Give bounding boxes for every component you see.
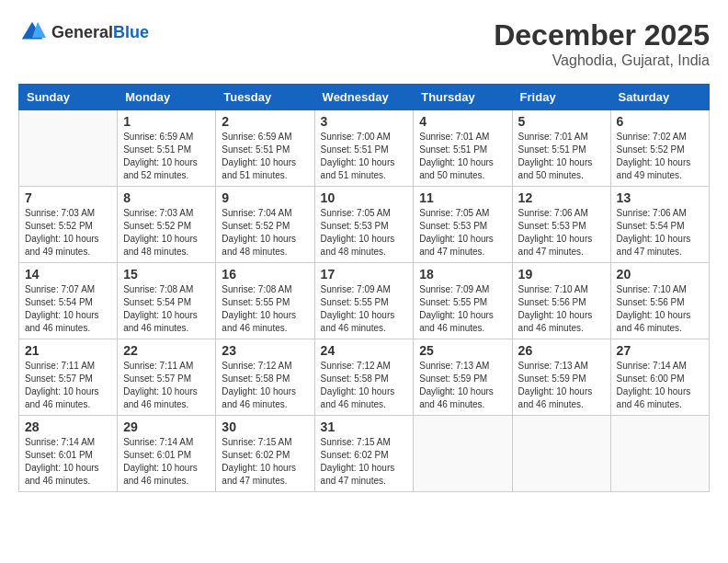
day-number: 11 xyxy=(419,190,506,205)
day-header-monday: Monday xyxy=(118,85,216,110)
day-number: 6 xyxy=(617,114,703,129)
calendar-cell: 31Sunrise: 7:15 AM Sunset: 6:02 PM Dayli… xyxy=(314,416,414,492)
calendar-cell: 22Sunrise: 7:11 AM Sunset: 5:57 PM Dayli… xyxy=(118,339,216,416)
calendar-cell: 24Sunrise: 7:12 AM Sunset: 5:58 PM Dayli… xyxy=(314,339,414,416)
cell-info: Sunrise: 7:05 AM Sunset: 5:53 PM Dayligh… xyxy=(419,207,506,259)
cell-info: Sunrise: 7:06 AM Sunset: 5:54 PM Dayligh… xyxy=(617,207,703,259)
page-header: GeneralBlue December 2025 Vaghodia, Guja… xyxy=(18,18,710,69)
cell-info: Sunrise: 7:10 AM Sunset: 5:56 PM Dayligh… xyxy=(518,283,605,335)
cell-info: Sunrise: 7:08 AM Sunset: 5:54 PM Dayligh… xyxy=(123,283,210,335)
cell-info: Sunrise: 7:14 AM Sunset: 6:01 PM Dayligh… xyxy=(25,436,111,488)
day-number: 5 xyxy=(518,114,605,129)
calendar-cell: 23Sunrise: 7:12 AM Sunset: 5:58 PM Dayli… xyxy=(216,339,314,416)
day-number: 23 xyxy=(222,343,308,358)
day-number: 30 xyxy=(222,419,308,434)
cell-info: Sunrise: 7:08 AM Sunset: 5:55 PM Dayligh… xyxy=(222,283,308,335)
calendar-cell: 16Sunrise: 7:08 AM Sunset: 5:55 PM Dayli… xyxy=(216,263,314,339)
calendar-cell: 15Sunrise: 7:08 AM Sunset: 5:54 PM Dayli… xyxy=(118,263,216,339)
day-number: 2 xyxy=(222,114,308,129)
day-number: 3 xyxy=(321,114,408,129)
calendar-cell: 29Sunrise: 7:14 AM Sunset: 6:01 PM Dayli… xyxy=(118,416,216,492)
cell-info: Sunrise: 7:01 AM Sunset: 5:51 PM Dayligh… xyxy=(518,131,605,182)
month-title: December 2025 xyxy=(494,18,710,52)
day-number: 27 xyxy=(617,343,703,358)
cell-info: Sunrise: 7:01 AM Sunset: 5:51 PM Dayligh… xyxy=(419,131,506,182)
day-number: 16 xyxy=(222,267,308,282)
calendar-cell: 7Sunrise: 7:03 AM Sunset: 5:52 PM Daylig… xyxy=(19,187,118,263)
cell-info: Sunrise: 7:07 AM Sunset: 5:54 PM Dayligh… xyxy=(25,283,111,335)
day-number: 22 xyxy=(123,343,210,358)
calendar-cell xyxy=(512,416,610,492)
calendar-cell: 3Sunrise: 7:00 AM Sunset: 5:51 PM Daylig… xyxy=(314,110,414,187)
calendar-week-3: 14Sunrise: 7:07 AM Sunset: 5:54 PM Dayli… xyxy=(19,263,710,339)
day-header-wednesday: Wednesday xyxy=(314,85,414,110)
cell-info: Sunrise: 7:06 AM Sunset: 5:53 PM Dayligh… xyxy=(518,207,605,259)
logo: GeneralBlue xyxy=(18,18,149,46)
day-number: 26 xyxy=(518,343,605,358)
calendar-cell: 9Sunrise: 7:04 AM Sunset: 5:52 PM Daylig… xyxy=(216,187,314,263)
day-header-tuesday: Tuesday xyxy=(216,85,314,110)
cell-info: Sunrise: 6:59 AM Sunset: 5:51 PM Dayligh… xyxy=(222,131,308,182)
day-number: 12 xyxy=(518,190,605,205)
cell-info: Sunrise: 7:15 AM Sunset: 6:02 PM Dayligh… xyxy=(222,436,308,488)
calendar-table: SundayMondayTuesdayWednesdayThursdayFrid… xyxy=(18,84,710,492)
day-number: 15 xyxy=(123,267,210,282)
calendar-header-row: SundayMondayTuesdayWednesdayThursdayFrid… xyxy=(19,85,710,110)
calendar-cell: 17Sunrise: 7:09 AM Sunset: 5:55 PM Dayli… xyxy=(314,263,414,339)
day-number: 31 xyxy=(321,419,408,434)
day-header-saturday: Saturday xyxy=(610,85,709,110)
calendar-cell xyxy=(610,416,709,492)
cell-info: Sunrise: 7:03 AM Sunset: 5:52 PM Dayligh… xyxy=(25,207,111,259)
calendar-cell xyxy=(414,416,512,492)
calendar-cell: 5Sunrise: 7:01 AM Sunset: 5:51 PM Daylig… xyxy=(512,110,610,187)
day-number: 24 xyxy=(321,343,408,358)
calendar-week-4: 21Sunrise: 7:11 AM Sunset: 5:57 PM Dayli… xyxy=(19,339,710,416)
calendar-cell: 14Sunrise: 7:07 AM Sunset: 5:54 PM Dayli… xyxy=(19,263,118,339)
cell-info: Sunrise: 7:02 AM Sunset: 5:52 PM Dayligh… xyxy=(617,131,703,182)
day-header-friday: Friday xyxy=(512,85,610,110)
calendar-cell: 26Sunrise: 7:13 AM Sunset: 5:59 PM Dayli… xyxy=(512,339,610,416)
day-header-sunday: Sunday xyxy=(19,85,118,110)
day-number: 25 xyxy=(419,343,506,358)
calendar-cell: 6Sunrise: 7:02 AM Sunset: 5:52 PM Daylig… xyxy=(610,110,709,187)
cell-info: Sunrise: 7:11 AM Sunset: 5:57 PM Dayligh… xyxy=(123,360,210,411)
calendar-cell: 11Sunrise: 7:05 AM Sunset: 5:53 PM Dayli… xyxy=(414,187,512,263)
cell-info: Sunrise: 7:05 AM Sunset: 5:53 PM Dayligh… xyxy=(321,207,408,259)
calendar-week-5: 28Sunrise: 7:14 AM Sunset: 6:01 PM Dayli… xyxy=(19,416,710,492)
day-number: 14 xyxy=(25,267,111,282)
cell-info: Sunrise: 6:59 AM Sunset: 5:51 PM Dayligh… xyxy=(123,131,210,182)
cell-info: Sunrise: 7:09 AM Sunset: 5:55 PM Dayligh… xyxy=(419,283,506,335)
calendar-cell: 27Sunrise: 7:14 AM Sunset: 6:00 PM Dayli… xyxy=(610,339,709,416)
cell-info: Sunrise: 7:10 AM Sunset: 5:56 PM Dayligh… xyxy=(617,283,703,335)
calendar-cell: 4Sunrise: 7:01 AM Sunset: 5:51 PM Daylig… xyxy=(414,110,512,187)
cell-info: Sunrise: 7:14 AM Sunset: 6:00 PM Dayligh… xyxy=(617,360,703,411)
day-number: 7 xyxy=(25,190,111,205)
cell-info: Sunrise: 7:00 AM Sunset: 5:51 PM Dayligh… xyxy=(321,131,408,182)
day-number: 10 xyxy=(321,190,408,205)
cell-info: Sunrise: 7:12 AM Sunset: 5:58 PM Dayligh… xyxy=(321,360,408,411)
title-area: December 2025 Vaghodia, Gujarat, India xyxy=(494,18,710,69)
day-number: 8 xyxy=(123,190,210,205)
cell-info: Sunrise: 7:09 AM Sunset: 5:55 PM Dayligh… xyxy=(321,283,408,335)
calendar-cell: 25Sunrise: 7:13 AM Sunset: 5:59 PM Dayli… xyxy=(414,339,512,416)
location-subtitle: Vaghodia, Gujarat, India xyxy=(494,52,710,69)
day-number: 4 xyxy=(419,114,506,129)
day-header-thursday: Thursday xyxy=(414,85,512,110)
calendar-cell: 8Sunrise: 7:03 AM Sunset: 5:52 PM Daylig… xyxy=(118,187,216,263)
day-number: 17 xyxy=(321,267,408,282)
day-number: 21 xyxy=(25,343,111,358)
calendar-cell: 1Sunrise: 6:59 AM Sunset: 5:51 PM Daylig… xyxy=(118,110,216,187)
calendar-cell: 30Sunrise: 7:15 AM Sunset: 6:02 PM Dayli… xyxy=(216,416,314,492)
day-number: 28 xyxy=(25,419,111,434)
calendar-week-2: 7Sunrise: 7:03 AM Sunset: 5:52 PM Daylig… xyxy=(19,187,710,263)
day-number: 13 xyxy=(617,190,703,205)
calendar-cell: 19Sunrise: 7:10 AM Sunset: 5:56 PM Dayli… xyxy=(512,263,610,339)
day-number: 18 xyxy=(419,267,506,282)
cell-info: Sunrise: 7:03 AM Sunset: 5:52 PM Dayligh… xyxy=(123,207,210,259)
calendar-cell: 2Sunrise: 6:59 AM Sunset: 5:51 PM Daylig… xyxy=(216,110,314,187)
calendar-cell: 18Sunrise: 7:09 AM Sunset: 5:55 PM Dayli… xyxy=(414,263,512,339)
logo-icon xyxy=(18,18,46,46)
day-number: 29 xyxy=(123,419,210,434)
cell-info: Sunrise: 7:15 AM Sunset: 6:02 PM Dayligh… xyxy=(321,436,408,488)
day-number: 1 xyxy=(123,114,210,129)
